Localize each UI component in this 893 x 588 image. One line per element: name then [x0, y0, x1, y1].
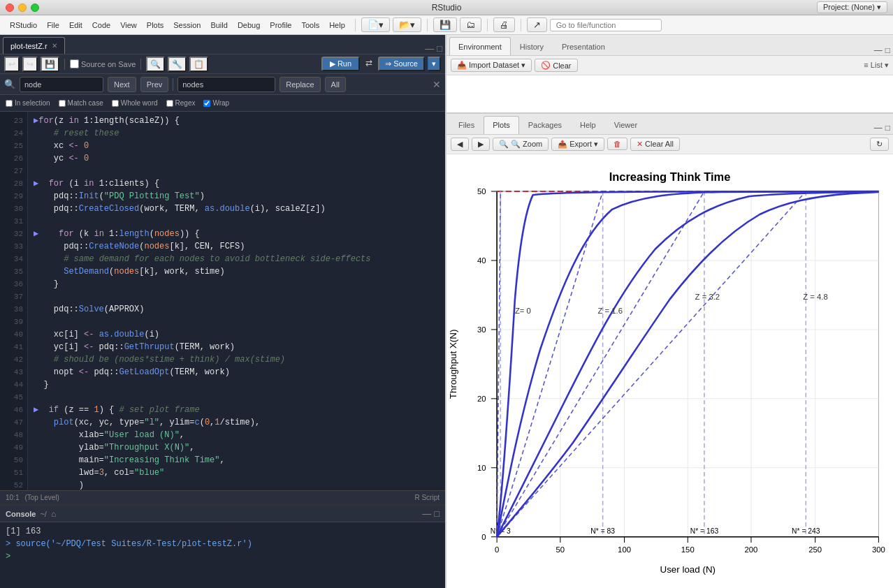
right-top-toolbar: 📥 Import Dataset ▾ 🚫 Clear ≡ List ▾ — [446, 56, 893, 75]
minimize-right-top-button[interactable]: — — [874, 45, 883, 55]
find-prev-button[interactable]: Prev — [140, 77, 169, 92]
open-file-button[interactable]: 📂▾ — [393, 17, 421, 32]
in-selection-checkbox[interactable] — [6, 100, 13, 107]
svg-text:50: 50 — [556, 545, 565, 554]
maximize-window-button[interactable] — [31, 3, 39, 12]
plot-back-button[interactable]: ◀ — [451, 138, 469, 151]
packages-tab[interactable]: Packages — [519, 116, 571, 134]
console-controls: — □ — [422, 508, 440, 519]
zoom-button[interactable]: 🔍 🔍 Zoom — [493, 138, 549, 151]
save-doc-button[interactable]: 💾 — [41, 57, 59, 72]
viewer-tab[interactable]: Viewer — [605, 116, 646, 134]
minimize-console-button[interactable]: — — [422, 508, 431, 519]
presentation-tab[interactable]: Presentation — [553, 37, 614, 55]
menu-session[interactable]: Session — [169, 20, 205, 31]
refresh-plot-button[interactable]: ↻ — [870, 138, 889, 151]
export-button[interactable]: 📤 Export ▾ — [551, 138, 604, 151]
expand-editor-button[interactable]: □ — [437, 43, 442, 54]
compile-button[interactable]: 📋 — [189, 57, 208, 72]
code-content[interactable]: ▶for(z in 1:length(scaleZ)) { # reset th… — [28, 112, 445, 490]
menu-plots[interactable]: Plots — [143, 20, 168, 31]
close-window-button[interactable] — [6, 3, 14, 12]
wrap-checkbox[interactable] — [203, 100, 210, 107]
minimize-window-button[interactable] — [18, 3, 27, 12]
regex-option[interactable]: Regex — [166, 99, 196, 107]
clear-environment-button[interactable]: 🚫 Clear — [535, 59, 577, 72]
replace-all-button[interactable]: All — [325, 77, 346, 92]
undo-button[interactable]: ↩ — [4, 57, 20, 72]
menu-build[interactable]: Build — [206, 20, 231, 31]
editor-toolbar: ↩ ↪ 💾 Source on Save 🔍 🔧 📋 ▶ Run ⇄ ⇒ Sou… — [0, 54, 445, 74]
line-num-42: 42 — [0, 353, 27, 366]
find-next-button[interactable]: Next — [108, 77, 136, 92]
maximize-console-button[interactable]: □ — [434, 508, 440, 519]
menu-edit[interactable]: Edit — [65, 20, 87, 31]
right-top-tabs: Environment History Presentation — □ — [446, 35, 893, 56]
find-input[interactable] — [20, 77, 103, 92]
in-selection-option[interactable]: In selection — [6, 99, 50, 107]
delete-plot-button[interactable]: 🗑 — [607, 138, 627, 150]
menu-profile[interactable]: Profile — [266, 20, 296, 31]
code-editor[interactable]: 23 24 25 26 27 28 29 30 31 32 33 34 35 3… — [0, 112, 445, 490]
menu-help[interactable]: Help — [325, 20, 349, 31]
source-on-save-checkbox[interactable] — [70, 59, 79, 68]
tab-close-button[interactable]: ✕ — [52, 42, 57, 50]
collapse-editor-button[interactable]: — — [425, 43, 434, 54]
plot-svg: Increasing Think Time — [446, 154, 893, 588]
whole-word-option[interactable]: Whole word — [112, 99, 158, 107]
project-selector[interactable]: Project: (None) ▾ — [817, 1, 887, 13]
share-button[interactable]: ↗ — [527, 17, 547, 32]
run-button[interactable]: ▶ Run — [321, 57, 360, 71]
code-line-41: yc[i] <- pdq::GetThruput(TERM, work) — [34, 341, 440, 353]
source-on-save-label: Source on Save — [81, 60, 136, 68]
source-button[interactable]: ⇒ Source — [378, 57, 425, 71]
wrap-option[interactable]: Wrap — [203, 99, 229, 107]
list-view-toggle[interactable]: ≡ List ▾ — [864, 61, 889, 70]
line-num-41: 41 — [0, 341, 27, 353]
find-button[interactable]: 🔍 — [146, 57, 165, 72]
code-line-27 — [34, 165, 440, 177]
clear-icon: 🚫 — [541, 61, 551, 70]
console-content[interactable]: [1] 163 > source('~/PDQ/Test Suites/R-Te… — [0, 522, 445, 588]
menu-code[interactable]: Code — [88, 20, 115, 31]
re-run-button[interactable]: ⇄ — [363, 57, 375, 71]
menu-view[interactable]: View — [116, 20, 141, 31]
import-dataset-button[interactable]: 📥 Import Dataset ▾ — [451, 59, 532, 72]
line-num-40: 40 — [0, 328, 27, 341]
menu-rstudio[interactable]: RStudio — [6, 20, 41, 31]
clear-all-plots-button[interactable]: ✕ Clear All — [630, 138, 680, 151]
regex-checkbox[interactable] — [166, 100, 173, 107]
plot-forward-button[interactable]: ▶ — [472, 138, 490, 151]
code-tools-button[interactable]: 🔧 — [168, 57, 187, 72]
help-tab[interactable]: Help — [571, 116, 605, 134]
save-button[interactable]: 💾 — [433, 17, 457, 32]
print-button[interactable]: 🖨 — [493, 17, 515, 32]
find-close-button[interactable]: ✕ — [433, 79, 441, 90]
clear-all-icon: ✕ — [637, 140, 643, 149]
environment-tab[interactable]: Environment — [449, 37, 511, 55]
menu-debug[interactable]: Debug — [233, 20, 264, 31]
replace-input[interactable] — [177, 77, 275, 92]
redo-button[interactable]: ↪ — [22, 57, 38, 72]
match-case-option[interactable]: Match case — [59, 99, 103, 107]
code-line-38: pdq::Solve(APPROX) — [34, 303, 440, 316]
new-file-button[interactable]: 📄▾ — [361, 17, 390, 32]
code-line-37 — [34, 291, 440, 303]
menu-file[interactable]: File — [43, 20, 64, 31]
files-tab[interactable]: Files — [449, 116, 484, 134]
editor-tab-plot-testz[interactable]: plot-testZ.r ✕ — [3, 37, 65, 54]
history-tab[interactable]: History — [511, 37, 553, 55]
maximize-right-top-button[interactable]: □ — [885, 45, 890, 55]
goto-file-input[interactable] — [550, 19, 662, 31]
save-all-button[interactable]: 🗂 — [460, 17, 481, 32]
match-case-checkbox[interactable] — [59, 100, 66, 107]
whole-word-checkbox[interactable] — [112, 100, 119, 107]
code-line-25: xc <- 0 — [34, 140, 440, 152]
in-selection-label: In selection — [15, 99, 50, 107]
replace-button[interactable]: Replace — [279, 77, 320, 92]
plots-tab[interactable]: Plots — [484, 116, 518, 134]
maximize-right-bottom-button[interactable]: □ — [885, 123, 890, 133]
menu-tools[interactable]: Tools — [297, 20, 324, 31]
minimize-right-bottom-button[interactable]: — — [874, 123, 883, 133]
source-dropdown-button[interactable]: ▾ — [428, 57, 441, 71]
